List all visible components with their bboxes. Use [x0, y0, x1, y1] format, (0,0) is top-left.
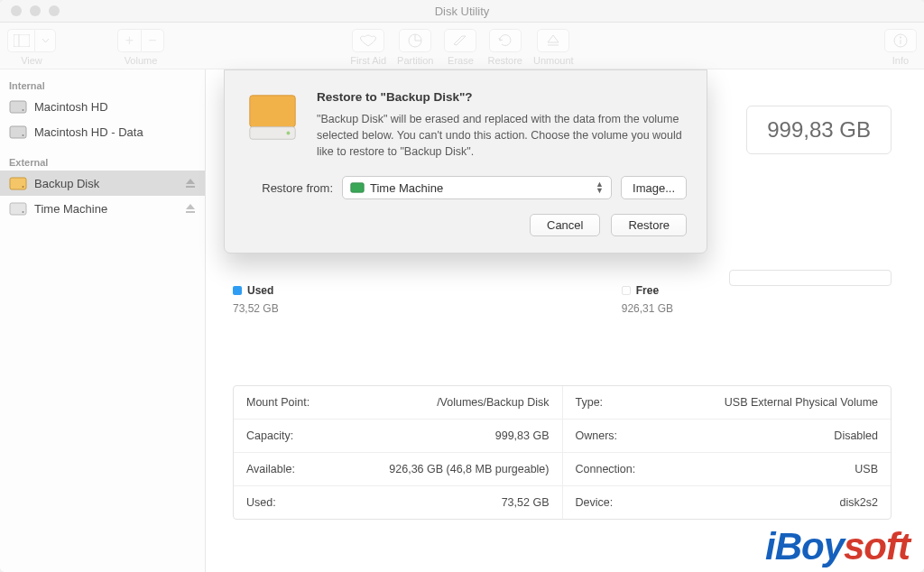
- unmount-label: Unmount: [533, 55, 574, 66]
- erase-button[interactable]: [444, 29, 476, 52]
- firstaid-label: First Aid: [350, 55, 386, 66]
- sidebar-item-label: Macintosh HD: [34, 100, 108, 114]
- cancel-label: Cancel: [547, 218, 583, 232]
- partition-icon: [408, 33, 422, 48]
- svg-rect-10: [10, 178, 26, 189]
- restore-confirm-button[interactable]: Restore: [611, 214, 687, 236]
- watermark: iBoysoft: [765, 525, 910, 568]
- external-drive-icon: [245, 90, 300, 146]
- window-title: Disk Utility: [0, 5, 924, 18]
- info-val: 999,83 GB: [495, 429, 550, 442]
- svg-point-13: [23, 211, 24, 213]
- svg-rect-14: [250, 96, 295, 127]
- eject-icon[interactable]: [185, 203, 196, 214]
- info-val: disk2s2: [840, 496, 878, 509]
- sidebar-item-macintosh-hd-data[interactable]: Macintosh HD - Data: [0, 119, 205, 144]
- external-disk-icon: [9, 177, 27, 190]
- sidebar-icon: [14, 34, 30, 47]
- sidebar: Internal Macintosh HD Macintosh HD - Dat…: [0, 69, 206, 572]
- firstaid-icon: [360, 33, 376, 48]
- svg-rect-6: [10, 101, 26, 113]
- toolbar: View + − Volume First Aid Partition Eras…: [0, 23, 924, 69]
- restore-from-value: Time Machine: [370, 181, 443, 195]
- info-val: Disabled: [834, 429, 878, 442]
- capacity-badge: 999,83 GB: [746, 106, 892, 154]
- info-val: 73,52 GB: [502, 496, 550, 509]
- info-key: Type:: [576, 396, 604, 409]
- internal-disk-icon: [9, 125, 27, 139]
- info-col-left: Mount Point:/Volumes/Backup Disk Capacit…: [234, 386, 563, 519]
- svg-rect-12: [10, 203, 26, 215]
- svg-rect-17: [351, 183, 364, 192]
- internal-disk-icon: [9, 100, 27, 114]
- restore-label: Restore: [487, 55, 522, 66]
- usage-section: Used 73,52 GB Free 926,31 GB: [233, 284, 892, 315]
- svg-point-9: [23, 134, 24, 136]
- info-key: Device:: [576, 496, 614, 509]
- info-val: USB External Physical Volume: [725, 396, 878, 409]
- sidebar-header-external: External: [0, 152, 205, 171]
- chevron-updown-icon: ▲▼: [596, 181, 604, 194]
- sidebar-header-internal: Internal: [0, 75, 205, 94]
- volume-remove-button[interactable]: −: [141, 29, 164, 52]
- svg-point-7: [23, 109, 24, 111]
- info-label: Info: [892, 55, 909, 66]
- sidebar-item-label: Time Machine: [34, 202, 107, 216]
- free-value: 926,31 GB: [622, 302, 673, 315]
- svg-rect-0: [14, 34, 30, 47]
- plus-icon: +: [125, 32, 134, 49]
- info-key: Used:: [246, 496, 276, 509]
- svg-point-16: [287, 132, 291, 135]
- free-swatch-icon: [622, 286, 631, 295]
- sidebar-item-label: Backup Disk: [34, 177, 99, 190]
- info-col-right: Type:USB External Physical Volume Owners…: [563, 386, 892, 519]
- sidebar-item-time-machine[interactable]: Time Machine: [0, 196, 205, 221]
- info-val: 926,36 GB (46,8 MB purgeable): [389, 463, 549, 475]
- used-label: Used: [247, 284, 273, 297]
- svg-point-4: [900, 37, 901, 39]
- svg-point-11: [23, 186, 24, 188]
- free-label: Free: [636, 284, 659, 297]
- svg-rect-8: [10, 126, 26, 138]
- dialog-description: "Backup Disk" will be erased and replace…: [317, 111, 687, 160]
- sidebar-item-backup-disk[interactable]: Backup Disk: [0, 171, 205, 196]
- unmount-button[interactable]: [537, 29, 569, 52]
- cancel-button[interactable]: Cancel: [530, 214, 600, 236]
- external-disk-icon: [9, 202, 27, 216]
- used-swatch-icon: [233, 286, 242, 295]
- image-button[interactable]: Image...: [621, 176, 687, 199]
- info-panel: Mount Point:/Volumes/Backup Disk Capacit…: [233, 385, 892, 520]
- restore-from-label: Restore from:: [245, 181, 333, 195]
- info-key: Connection:: [576, 463, 636, 475]
- sidebar-item-macintosh-hd[interactable]: Macintosh HD: [0, 94, 205, 119]
- restore-label: Restore: [628, 218, 670, 232]
- watermark-text-red: soft: [844, 525, 910, 567]
- partition-button[interactable]: [399, 29, 431, 52]
- partition-label: Partition: [397, 55, 433, 66]
- info-key: Available:: [246, 463, 295, 475]
- info-button[interactable]: [884, 29, 917, 52]
- chevron-down-icon: [42, 38, 50, 43]
- volume-add-button[interactable]: +: [117, 29, 141, 52]
- volume-label: Volume: [125, 55, 158, 66]
- titlebar: Disk Utility: [0, 0, 924, 23]
- unmount-icon: [547, 34, 559, 47]
- eject-icon[interactable]: [185, 178, 196, 189]
- image-button-label: Image...: [633, 181, 675, 195]
- minus-icon: −: [148, 32, 156, 49]
- usage-bar: [729, 270, 892, 286]
- view-button[interactable]: [7, 29, 34, 52]
- view-dropdown[interactable]: [34, 29, 56, 52]
- restore-button[interactable]: [489, 29, 522, 52]
- firstaid-button[interactable]: [352, 29, 384, 52]
- info-icon: [893, 33, 908, 48]
- disk-utility-window: Disk Utility View + − Volume First Aid: [0, 0, 924, 572]
- restore-from-select[interactable]: Time Machine ▲▼: [342, 176, 612, 199]
- info-key: Capacity:: [246, 429, 293, 442]
- erase-label: Erase: [448, 55, 474, 66]
- info-val: USB: [855, 463, 878, 475]
- timemachine-disk-icon: [350, 182, 365, 193]
- watermark-text: iBoy: [765, 525, 844, 567]
- dialog-title: Restore to "Backup Disk"?: [317, 90, 687, 104]
- restore-dialog: Restore to "Backup Disk"? "Backup Disk" …: [224, 69, 707, 254]
